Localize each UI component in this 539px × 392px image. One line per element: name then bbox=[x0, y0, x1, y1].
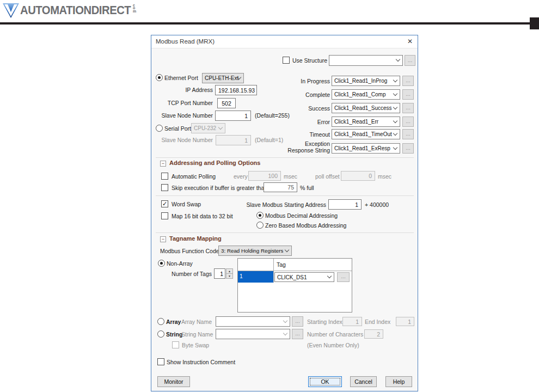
buffer-threshold-field[interactable]: 75 bbox=[264, 182, 297, 192]
string-name-combobox bbox=[216, 329, 290, 339]
ok-button[interactable]: OK bbox=[308, 376, 342, 387]
timeout-combobox[interactable]: Click1_Read1_TimeOut bbox=[332, 129, 400, 139]
byte-swap-checkbox bbox=[172, 341, 179, 348]
automatic-polling-label: Automatic Polling bbox=[171, 173, 216, 180]
ethernet-port-radio[interactable] bbox=[156, 74, 163, 81]
offset-unit-label: msec bbox=[378, 173, 391, 180]
non-array-label: Non-Array bbox=[167, 260, 193, 267]
serial-port-label: Serial Port bbox=[164, 125, 191, 132]
array-name-label: Array Name bbox=[181, 318, 212, 325]
function-code-combobox[interactable]: 3: Read Holding Registers bbox=[218, 246, 292, 256]
exception-label-line2: Response String bbox=[249, 147, 330, 154]
chevron-down-icon bbox=[327, 274, 332, 278]
starting-address-suffix: + 400000 bbox=[365, 201, 389, 208]
chevron-down-icon bbox=[285, 247, 289, 252]
string-radio[interactable] bbox=[157, 330, 164, 338]
skip-execution-label: Skip execution if buffer is greater than bbox=[171, 185, 267, 191]
zero-based-radio[interactable] bbox=[256, 222, 264, 229]
exception-browse-button[interactable]: ... bbox=[402, 143, 414, 154]
map-16-to-32-checkbox[interactable] bbox=[161, 212, 168, 219]
serial-port-combobox: CPU-232 bbox=[191, 123, 225, 133]
brand-name: AUTOMATIONDIRECT bbox=[20, 3, 131, 17]
use-structure-browse-button[interactable]: ... bbox=[405, 55, 415, 66]
non-array-radio[interactable] bbox=[158, 260, 165, 267]
error-combobox[interactable]: Click1_Read1_Err bbox=[332, 117, 400, 127]
header-rule-endcap bbox=[530, 17, 539, 29]
use-structure-combobox[interactable] bbox=[329, 55, 403, 66]
tag-browse-button[interactable]: ... bbox=[337, 272, 350, 282]
in-progress-combobox[interactable]: Click1_Read1_InProg bbox=[332, 76, 400, 86]
in-progress-value: Click1_Read1_InProg bbox=[334, 78, 387, 84]
percent-full-label: % full bbox=[300, 185, 314, 191]
zero-based-label: Zero Based Modbus Addressing bbox=[265, 222, 346, 229]
collapse-icon[interactable]: − bbox=[160, 161, 166, 167]
close-icon[interactable]: ✕ bbox=[407, 38, 413, 45]
page: AUTOMATIONDIRECT com Modbus Read (MRX) ✕… bbox=[0, 0, 539, 392]
chevron-down-icon bbox=[283, 330, 287, 335]
separator bbox=[156, 232, 414, 233]
tag-column-header: Tag bbox=[277, 261, 286, 268]
serial-port-radio[interactable] bbox=[156, 125, 163, 132]
in-progress-browse-button[interactable]: ... bbox=[402, 76, 414, 86]
array-radio[interactable] bbox=[157, 318, 164, 325]
use-structure-checkbox[interactable] bbox=[283, 57, 290, 64]
tag-row-combobox[interactable]: CLICK_DS1 bbox=[274, 272, 334, 282]
spinner-down-icon[interactable]: ▼ bbox=[226, 273, 233, 279]
modbus-read-dialog: Modbus Read (MRX) ✕ Use Structure ... Et… bbox=[151, 35, 418, 391]
use-structure-label: Use Structure bbox=[292, 57, 327, 64]
ethernet-port-combobox[interactable]: CPU-ETH-Ext bbox=[202, 73, 244, 83]
end-index-label: End Index bbox=[365, 318, 390, 325]
tcp-port-label: TCP Port Number bbox=[151, 100, 213, 106]
brand-header: AUTOMATIONDIRECT com bbox=[3, 1, 137, 20]
tag-row-value: CLICK_DS1 bbox=[277, 274, 307, 280]
tagmap-section-header: Tagname Mapping bbox=[169, 235, 222, 242]
exception-label-line1: Exception bbox=[249, 140, 330, 147]
error-browse-button[interactable]: ... bbox=[402, 117, 414, 127]
help-button[interactable]: Help bbox=[385, 376, 412, 387]
skip-execution-checkbox[interactable] bbox=[161, 184, 168, 191]
tag-row-index[interactable]: 1 bbox=[238, 271, 273, 283]
in-progress-label: In Progress bbox=[249, 78, 330, 84]
number-of-tags-value[interactable]: 1 bbox=[214, 268, 225, 279]
cancel-button[interactable]: Cancel bbox=[350, 376, 377, 387]
table-column-divider bbox=[273, 259, 274, 283]
modbus-decimal-radio[interactable] bbox=[256, 212, 264, 219]
exception-response-combobox[interactable]: Click1_Read1_ExResp bbox=[332, 143, 400, 154]
ethernet-port-value: CPU-ETH-Ext bbox=[205, 75, 238, 81]
string-name-label: String Name bbox=[181, 331, 213, 338]
show-instruction-comment-label: Show Instruction Comment bbox=[167, 359, 235, 365]
separator bbox=[156, 157, 414, 158]
number-of-tags-spinner[interactable]: 1 ▲ ▼ bbox=[214, 268, 233, 279]
error-label: Error bbox=[249, 119, 330, 125]
monitor-button[interactable]: Monitor bbox=[157, 376, 190, 387]
function-code-value: 3: Read Holding Registers bbox=[221, 248, 283, 254]
collapse-icon[interactable]: − bbox=[160, 236, 166, 242]
complete-combobox[interactable]: Click1_Read1_Comp bbox=[332, 89, 400, 100]
chevron-down-icon bbox=[393, 105, 397, 109]
word-swap-checkbox[interactable]: ✓ bbox=[161, 200, 168, 207]
slave-node-default: (Default=255) bbox=[255, 112, 290, 119]
end-index-field: 1 bbox=[396, 317, 414, 326]
success-browse-button[interactable]: ... bbox=[402, 103, 414, 113]
number-of-tags-label: Number of Tags bbox=[151, 271, 212, 277]
timeout-label: Timeout bbox=[249, 131, 330, 138]
slave-node-field[interactable]: 1 bbox=[215, 111, 251, 121]
ethernet-port-label: Ethernet Port bbox=[164, 75, 198, 81]
complete-value: Click1_Read1_Comp bbox=[334, 91, 386, 97]
automationdirect-logo-icon bbox=[3, 3, 19, 19]
complete-browse-button[interactable]: ... bbox=[402, 89, 414, 100]
show-instruction-comment-checkbox[interactable] bbox=[157, 358, 164, 365]
number-of-characters-field: 2 bbox=[364, 329, 383, 339]
byte-swap-label: Byte Swap bbox=[182, 342, 209, 348]
chevron-down-icon bbox=[396, 57, 400, 62]
chevron-down-icon bbox=[283, 318, 287, 322]
chevron-down-icon bbox=[393, 91, 397, 95]
string-browse-button: ... bbox=[292, 329, 303, 339]
automatic-polling-checkbox[interactable] bbox=[161, 173, 168, 180]
separator bbox=[156, 195, 414, 196]
starting-address-field[interactable]: 1 bbox=[328, 199, 362, 210]
tcp-port-field[interactable]: 502 bbox=[217, 98, 236, 108]
timeout-browse-button[interactable]: ... bbox=[402, 129, 414, 139]
success-combobox[interactable]: Click1_Read1_Success bbox=[332, 103, 400, 113]
dialog-title: Modbus Read (MRX) bbox=[156, 38, 215, 45]
